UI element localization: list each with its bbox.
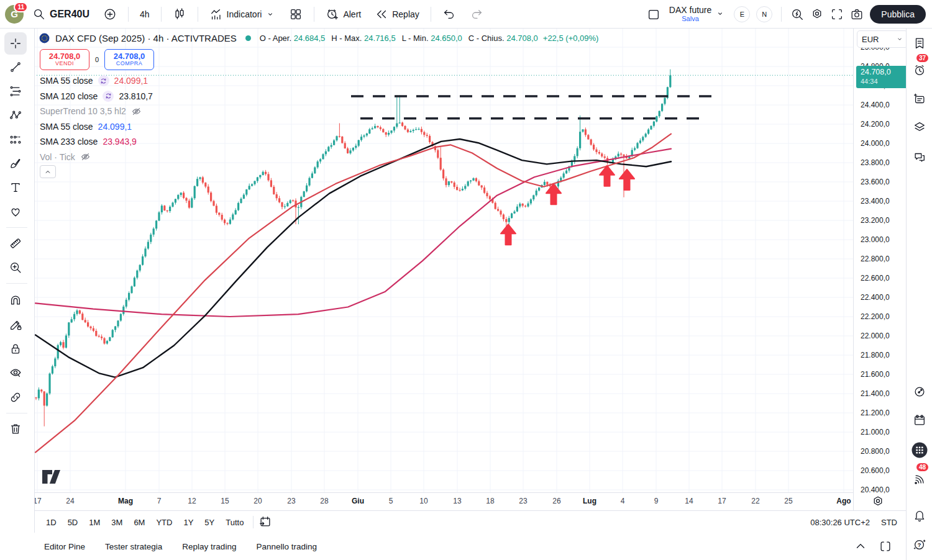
layout-name-button[interactable]: DAX future Salva xyxy=(667,4,728,24)
range-1d[interactable]: 1D xyxy=(42,515,61,530)
divider xyxy=(781,7,782,22)
price-axis[interactable]: EUR 25.000,024.800,024.600,024.400,024.2… xyxy=(853,28,907,510)
buy-button[interactable]: 24.708,0 COMPRA xyxy=(104,49,154,70)
compare-add-button[interactable] xyxy=(98,4,122,24)
calendar-go-icon[interactable] xyxy=(258,515,272,529)
tool-magnet-icon[interactable] xyxy=(4,289,27,311)
tab-tester-strategia[interactable]: Tester strategia xyxy=(105,542,162,551)
publish-button[interactable]: Pubblica xyxy=(870,5,926,24)
tab-replay-trading[interactable]: Replay trading xyxy=(182,542,236,551)
legend-row[interactable]: Vol · Tick xyxy=(40,150,153,165)
interval-button[interactable]: 4h xyxy=(135,6,155,22)
indicator-templates-button[interactable] xyxy=(284,4,308,24)
legend-row[interactable]: SMA 55 close24.099,1 xyxy=(40,73,153,89)
refresh-icon[interactable] xyxy=(98,75,109,86)
clock[interactable]: 08:30:26 UTC+2 xyxy=(810,518,870,527)
range-1y[interactable]: 1Y xyxy=(179,515,198,530)
tool-projection-icon[interactable] xyxy=(4,129,27,151)
magnet-icon xyxy=(9,293,22,307)
sidebar-alerts-clock-icon[interactable] xyxy=(911,61,928,79)
currency-selector[interactable]: EUR xyxy=(857,30,908,48)
tool-drawing-mode-icon[interactable] xyxy=(4,314,27,336)
tool-link-drawings-icon[interactable] xyxy=(4,386,27,409)
tool-emoji-heart-icon[interactable] xyxy=(4,201,27,223)
camera-icon[interactable] xyxy=(850,7,864,21)
sidebar-notifications-bell-icon[interactable] xyxy=(911,507,928,525)
indicators-button[interactable]: Indicatori xyxy=(204,4,281,24)
undo-button[interactable] xyxy=(437,4,461,24)
alert-button[interactable]: Alert xyxy=(321,4,366,24)
layout-square-icon[interactable] xyxy=(647,7,660,21)
settings-gear-icon[interactable] xyxy=(810,7,824,21)
range-ytd[interactable]: YTD xyxy=(152,515,176,530)
fullscreen-icon[interactable] xyxy=(830,7,844,21)
symbol-search-button[interactable]: GER40U xyxy=(27,4,94,24)
save-label[interactable]: Salva xyxy=(682,15,699,22)
undo-icon xyxy=(442,7,456,21)
legend-row[interactable]: SMA 233 close23.943,9 xyxy=(40,134,153,150)
range-6m[interactable]: 6M xyxy=(129,515,149,530)
time-axis[interactable]: 1724Mag71215202328Giu51013182326Lug49141… xyxy=(34,492,853,511)
chart-style-std[interactable]: STD xyxy=(881,518,897,527)
sidebar-ideas-notes-icon[interactable] xyxy=(911,91,928,108)
svg-text:?: ? xyxy=(918,542,921,548)
sell-button[interactable]: 24.708,0 VENDI xyxy=(40,49,89,70)
quick-n-button[interactable]: N xyxy=(756,6,772,22)
tool-fib-retracement-icon[interactable] xyxy=(4,80,27,102)
sidebar-watchlist-icon[interactable] xyxy=(911,35,928,52)
quick-search-icon[interactable] xyxy=(790,7,804,21)
tool-zoom-in-icon[interactable] xyxy=(4,256,27,279)
tab-editor-pine[interactable]: Editor Pine xyxy=(44,542,85,551)
tab-pannello-trading[interactable]: Pannello trading xyxy=(256,542,317,551)
chevron-down-icon xyxy=(897,36,903,42)
sidebar-streams-signal-icon[interactable] xyxy=(911,471,928,488)
chevron-up-icon[interactable] xyxy=(854,540,867,553)
chart-title[interactable]: DAX CFD (Sep 2025) · 4h · ACTIVTRADES xyxy=(55,33,237,43)
avatar[interactable]: G 11 xyxy=(5,5,24,24)
range-5d[interactable]: 5D xyxy=(63,515,83,530)
tool-crosshair-icon[interactable] xyxy=(4,32,27,55)
fib-retracement-icon xyxy=(9,84,22,98)
lock-drawings-icon xyxy=(9,342,22,356)
market-status-dot[interactable] xyxy=(245,35,251,41)
last-price-badge: 24.708,0 44:34 xyxy=(856,66,912,88)
time-tick-label: Lug xyxy=(583,497,596,505)
time-tick-label: Mag xyxy=(118,497,133,505)
tool-hide-drawings-icon[interactable] xyxy=(4,361,27,384)
tool-text-icon[interactable] xyxy=(4,176,27,199)
replay-button[interactable]: Replay xyxy=(370,4,424,24)
tool-trend-line-icon[interactable] xyxy=(4,56,27,78)
legend-row[interactable]: SMA 120 close23.810,7 xyxy=(40,89,153,104)
redo-button[interactable] xyxy=(465,4,488,24)
sidebar-target-icon[interactable] xyxy=(911,383,928,400)
legend-row[interactable]: SMA 55 close24.099,1 xyxy=(40,119,153,135)
sidebar-calendar-icon[interactable] xyxy=(911,412,928,429)
sidebar-apps-menu-icon[interactable] xyxy=(911,441,928,459)
refresh-icon[interactable] xyxy=(103,91,114,102)
chevron-down-icon xyxy=(715,9,725,19)
tool-pattern-icon[interactable] xyxy=(4,104,27,127)
maximize-panel-icon[interactable] xyxy=(879,540,892,553)
sidebar-chat-icon[interactable] xyxy=(911,148,928,166)
price-chart[interactable] xyxy=(34,28,853,492)
tool-ruler-icon[interactable] xyxy=(4,232,27,255)
price-tick-label: 20.600,0 xyxy=(861,466,890,475)
time-tick-label: 13 xyxy=(453,497,461,505)
layout-grid-icon xyxy=(289,7,303,21)
eye-off-icon[interactable] xyxy=(131,106,142,117)
eye-off-icon[interactable] xyxy=(80,151,91,162)
legend-collapse-button[interactable] xyxy=(40,165,56,178)
range-1m[interactable]: 1M xyxy=(85,515,104,530)
quick-e-button[interactable]: E xyxy=(734,6,750,22)
legend-row[interactable]: SuperTrend 10 3,5 hl2 xyxy=(40,104,153,119)
range-5y[interactable]: 5Y xyxy=(200,515,219,530)
range-3m[interactable]: 3M xyxy=(107,515,127,530)
tool-trash-icon[interactable] xyxy=(4,418,27,440)
sidebar-help-sparkle-icon[interactable]: ? xyxy=(911,536,928,553)
range-tutto[interactable]: Tutto xyxy=(221,515,248,530)
tool-brush-icon[interactable] xyxy=(4,152,27,174)
gear-axis-icon[interactable] xyxy=(871,495,885,508)
chart-style-button[interactable] xyxy=(168,4,191,24)
tool-lock-drawings-icon[interactable] xyxy=(4,338,27,360)
sidebar-layers-icon[interactable] xyxy=(911,119,928,136)
